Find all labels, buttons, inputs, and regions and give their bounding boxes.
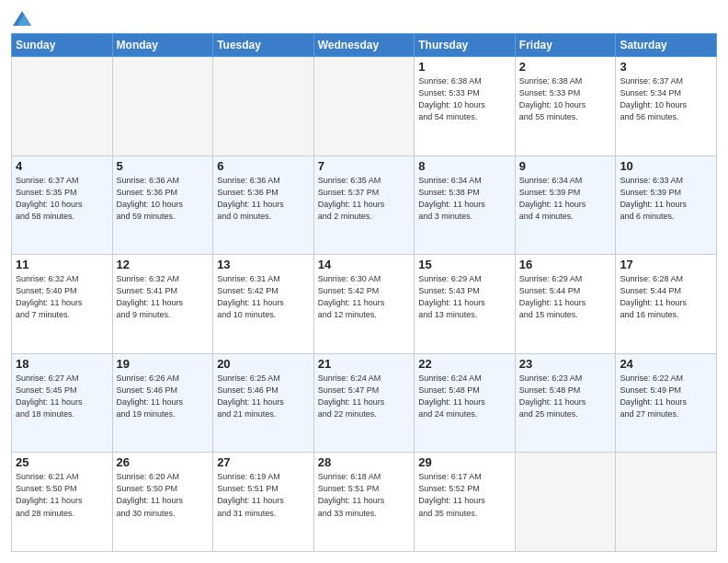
- weekday-header-monday: Monday: [112, 34, 213, 57]
- day-info: Sunrise: 6:33 AM Sunset: 5:39 PM Dayligh…: [620, 175, 712, 223]
- calendar-cell: 17Sunrise: 6:28 AM Sunset: 5:44 PM Dayli…: [616, 255, 717, 354]
- day-info: Sunrise: 6:21 AM Sunset: 5:50 PM Dayligh…: [16, 471, 108, 519]
- day-info: Sunrise: 6:23 AM Sunset: 5:48 PM Dayligh…: [519, 373, 612, 420]
- calendar-cell: 28Sunrise: 6:18 AM Sunset: 5:51 PM Dayli…: [313, 453, 415, 552]
- day-number: 7: [318, 159, 411, 173]
- day-number: 28: [318, 455, 411, 469]
- day-info: Sunrise: 6:36 AM Sunset: 5:36 PM Dayligh…: [117, 175, 210, 223]
- day-info: Sunrise: 6:34 AM Sunset: 5:38 PM Dayligh…: [418, 175, 511, 223]
- day-number: 29: [418, 455, 511, 469]
- calendar-cell: 23Sunrise: 6:23 AM Sunset: 5:48 PM Dayli…: [515, 353, 616, 453]
- day-info: Sunrise: 6:31 AM Sunset: 5:42 PM Dayligh…: [217, 273, 310, 321]
- calendar-cell: 2Sunrise: 6:38 AM Sunset: 5:33 PM Daylig…: [515, 57, 616, 156]
- calendar-cell: 10Sunrise: 6:33 AM Sunset: 5:39 PM Dayli…: [616, 155, 717, 255]
- calendar-cell: 13Sunrise: 6:31 AM Sunset: 5:42 PM Dayli…: [213, 255, 314, 354]
- calendar-cell: 6Sunrise: 6:36 AM Sunset: 5:36 PM Daylig…: [213, 155, 314, 255]
- calendar-cell: 9Sunrise: 6:34 AM Sunset: 5:39 PM Daylig…: [515, 155, 616, 255]
- logo-icon: [13, 11, 31, 26]
- day-number: 6: [217, 159, 310, 173]
- day-info: Sunrise: 6:37 AM Sunset: 5:35 PM Dayligh…: [16, 175, 108, 223]
- day-info: Sunrise: 6:29 AM Sunset: 5:43 PM Dayligh…: [418, 273, 511, 321]
- calendar-cell: 22Sunrise: 6:24 AM Sunset: 5:48 PM Dayli…: [415, 353, 516, 453]
- calendar-cell: 20Sunrise: 6:25 AM Sunset: 5:46 PM Dayli…: [213, 353, 314, 453]
- day-number: 21: [318, 357, 411, 371]
- day-number: 8: [418, 159, 511, 173]
- weekday-header-saturday: Saturday: [616, 34, 717, 57]
- day-info: Sunrise: 6:24 AM Sunset: 5:47 PM Dayligh…: [318, 373, 411, 420]
- day-number: 2: [519, 60, 612, 74]
- calendar-cell: [112, 57, 213, 156]
- day-info: Sunrise: 6:32 AM Sunset: 5:40 PM Dayligh…: [16, 273, 108, 321]
- day-number: 11: [16, 258, 108, 271]
- calendar-cell: [12, 57, 113, 156]
- day-info: Sunrise: 6:28 AM Sunset: 5:44 PM Dayligh…: [620, 273, 712, 321]
- day-info: Sunrise: 6:34 AM Sunset: 5:39 PM Dayligh…: [519, 175, 612, 223]
- day-info: Sunrise: 6:32 AM Sunset: 5:41 PM Dayligh…: [117, 273, 210, 321]
- day-number: 5: [117, 159, 210, 173]
- day-info: Sunrise: 6:20 AM Sunset: 5:50 PM Dayligh…: [117, 471, 210, 519]
- day-number: 24: [620, 357, 712, 371]
- day-number: 22: [418, 357, 511, 371]
- day-info: Sunrise: 6:36 AM Sunset: 5:36 PM Dayligh…: [217, 175, 310, 223]
- day-number: 17: [620, 258, 712, 271]
- day-info: Sunrise: 6:29 AM Sunset: 5:44 PM Dayligh…: [519, 273, 612, 321]
- day-info: Sunrise: 6:24 AM Sunset: 5:48 PM Dayligh…: [418, 373, 511, 420]
- calendar-cell: [313, 57, 415, 156]
- calendar-cell: 1Sunrise: 6:38 AM Sunset: 5:33 PM Daylig…: [415, 57, 516, 156]
- weekday-header-wednesday: Wednesday: [313, 34, 415, 57]
- day-number: 3: [620, 60, 712, 74]
- day-info: Sunrise: 6:19 AM Sunset: 5:51 PM Dayligh…: [217, 471, 310, 519]
- day-number: 20: [217, 357, 310, 371]
- day-number: 10: [620, 159, 712, 173]
- week-row-4: 18Sunrise: 6:27 AM Sunset: 5:45 PM Dayli…: [12, 353, 717, 453]
- day-number: 16: [519, 258, 612, 271]
- calendar-cell: 26Sunrise: 6:20 AM Sunset: 5:50 PM Dayli…: [112, 453, 213, 552]
- day-info: Sunrise: 6:17 AM Sunset: 5:52 PM Dayligh…: [418, 471, 511, 519]
- calendar-cell: 5Sunrise: 6:36 AM Sunset: 5:36 PM Daylig…: [112, 155, 213, 255]
- page: SundayMondayTuesdayWednesdayThursdayFrid…: [0, 0, 728, 563]
- calendar-cell: 16Sunrise: 6:29 AM Sunset: 5:44 PM Dayli…: [515, 255, 616, 354]
- calendar-cell: [616, 453, 717, 552]
- logo: [11, 11, 31, 26]
- day-number: 14: [318, 258, 411, 271]
- day-info: Sunrise: 6:26 AM Sunset: 5:46 PM Dayligh…: [117, 373, 210, 420]
- calendar-cell: 3Sunrise: 6:37 AM Sunset: 5:34 PM Daylig…: [616, 57, 717, 156]
- calendar-cell: 14Sunrise: 6:30 AM Sunset: 5:42 PM Dayli…: [313, 255, 415, 354]
- header: [11, 11, 717, 26]
- day-number: 9: [519, 159, 612, 173]
- calendar-cell: 29Sunrise: 6:17 AM Sunset: 5:52 PM Dayli…: [415, 453, 516, 552]
- day-number: 4: [16, 159, 108, 173]
- week-row-1: 1Sunrise: 6:38 AM Sunset: 5:33 PM Daylig…: [12, 57, 717, 156]
- day-number: 25: [16, 455, 108, 469]
- weekday-header-row: SundayMondayTuesdayWednesdayThursdayFrid…: [12, 34, 717, 57]
- weekday-header-sunday: Sunday: [12, 34, 113, 57]
- day-info: Sunrise: 6:38 AM Sunset: 5:33 PM Dayligh…: [418, 75, 511, 123]
- day-number: 1: [418, 60, 511, 74]
- calendar-cell: [213, 57, 314, 156]
- day-number: 12: [117, 258, 210, 271]
- day-number: 27: [217, 455, 310, 469]
- day-info: Sunrise: 6:35 AM Sunset: 5:37 PM Dayligh…: [318, 175, 411, 223]
- calendar-cell: 8Sunrise: 6:34 AM Sunset: 5:38 PM Daylig…: [415, 155, 516, 255]
- day-info: Sunrise: 6:25 AM Sunset: 5:46 PM Dayligh…: [217, 373, 310, 420]
- day-info: Sunrise: 6:30 AM Sunset: 5:42 PM Dayligh…: [318, 273, 411, 321]
- calendar-cell: 21Sunrise: 6:24 AM Sunset: 5:47 PM Dayli…: [313, 353, 415, 453]
- week-row-5: 25Sunrise: 6:21 AM Sunset: 5:50 PM Dayli…: [12, 453, 717, 552]
- calendar-cell: 4Sunrise: 6:37 AM Sunset: 5:35 PM Daylig…: [12, 155, 113, 255]
- week-row-2: 4Sunrise: 6:37 AM Sunset: 5:35 PM Daylig…: [12, 155, 717, 255]
- day-number: 15: [418, 258, 511, 271]
- weekday-header-tuesday: Tuesday: [213, 34, 314, 57]
- day-number: 26: [117, 455, 210, 469]
- day-number: 13: [217, 258, 310, 271]
- day-number: 19: [117, 357, 210, 371]
- day-number: 18: [16, 357, 108, 371]
- calendar-cell: 18Sunrise: 6:27 AM Sunset: 5:45 PM Dayli…: [12, 353, 113, 453]
- calendar-cell: [515, 453, 616, 552]
- week-row-3: 11Sunrise: 6:32 AM Sunset: 5:40 PM Dayli…: [12, 255, 717, 354]
- weekday-header-friday: Friday: [515, 34, 616, 57]
- day-info: Sunrise: 6:22 AM Sunset: 5:49 PM Dayligh…: [620, 373, 712, 420]
- calendar-cell: 24Sunrise: 6:22 AM Sunset: 5:49 PM Dayli…: [616, 353, 717, 453]
- day-info: Sunrise: 6:37 AM Sunset: 5:34 PM Dayligh…: [620, 75, 712, 123]
- calendar-cell: 11Sunrise: 6:32 AM Sunset: 5:40 PM Dayli…: [12, 255, 113, 354]
- calendar-table: SundayMondayTuesdayWednesdayThursdayFrid…: [11, 33, 717, 552]
